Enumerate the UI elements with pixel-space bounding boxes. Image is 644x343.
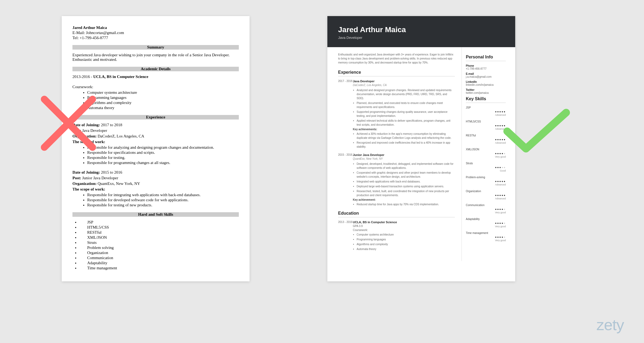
summary-text: Experienced Java developer wishing to jo… (72, 53, 239, 62)
list-item: Organization (79, 251, 239, 255)
list-item: Researched, tested, built, and coordinat… (357, 189, 455, 197)
tel: Tel: +1-799-456-8777 (72, 36, 239, 40)
list-item: Deployed large web-based transaction sys… (357, 184, 455, 188)
list-item: Reduced startup time for Java apps by 70… (357, 202, 455, 206)
list-item: Time management (79, 266, 239, 270)
list-item: Computer systems architecture (357, 233, 455, 237)
list-item: Analyzed and designed program changes. R… (357, 88, 455, 100)
name: Jared Arthur Maica (338, 25, 504, 34)
key-skills-heading: Key Skills (466, 96, 506, 103)
job2-post: Post: Junior Java Developer (72, 176, 239, 180)
job-title: Junior Java Developer (353, 153, 455, 156)
list-item: Planned, documented, and executed tests … (357, 101, 455, 109)
skill-name: Struts (466, 162, 506, 165)
skill-dots: ●●●●● (466, 194, 506, 197)
key-achievements: Reduced startup time for Java apps by 70… (357, 202, 455, 206)
list-item: Responsible for testing of new products. (87, 203, 239, 207)
job1-doj: Date of Joining: 2017 to 2018 (72, 123, 239, 127)
skill-dots: ●●●●● (466, 236, 506, 238)
edu-dates: 2013 - 2016 (338, 221, 353, 252)
email: E-Mail: Johncortas@gmail.com (72, 31, 239, 35)
experience-heading: Experience (72, 115, 239, 120)
list-item: Responsible for specifications and scrip… (87, 150, 239, 155)
job-dates: 2017 - 2018 (338, 80, 353, 150)
job-bullets: Analyzed and designed program changes. R… (357, 88, 455, 127)
academic-heading: Academic Details (72, 67, 239, 71)
skill-item: Time management●●●●●Very good (466, 232, 506, 242)
key-achievements-label: Key achievements: (353, 128, 455, 131)
list-item: Algorithms and complexity (357, 242, 455, 246)
education-heading: Education (338, 211, 455, 217)
skill-dots: ●●●●● (466, 208, 506, 211)
check-mark-icon (499, 105, 574, 159)
job1-org: Organization: DaCoderZ, Los Angeles, CA (72, 134, 239, 139)
skill-item: Problem-solving●●●●●Advanced (466, 176, 506, 186)
skill-level: Good (466, 169, 506, 172)
info-value: j.a.maica@gmail.com (466, 75, 506, 78)
coursework-list: Computer systems architectureProgramming… (87, 90, 239, 110)
experience-heading: Experience (338, 70, 455, 76)
summary: Enthusiastic and well-organized Java dev… (338, 53, 455, 65)
skill-level: Very good (466, 225, 506, 228)
list-item: Integrated web applications with back-en… (357, 180, 455, 184)
list-item: Communication (79, 256, 239, 260)
job-bullets: Designed, developed, troubleshot, debugg… (357, 162, 455, 197)
job-entry: 2017 - 2018Java DeveloperDaCoderZ, Los A… (338, 80, 455, 150)
info-value: linkedin.com/in/jamaica (466, 83, 506, 86)
job-company: QuantExx, New York, NY (353, 157, 455, 160)
list-item: Algorithms and complexity (87, 100, 239, 105)
list-item: Recognized and improved code inefficienc… (357, 141, 455, 149)
list-item: Responsible for testing. (87, 155, 239, 160)
skill-name: Adaptability (466, 218, 506, 221)
job2-bullets: Responsible for integrating web applicat… (87, 193, 239, 207)
header: Jared Arthur Maica Java Developer (327, 16, 515, 47)
info-value: +1-799-456-8777 (466, 67, 506, 70)
job2-org: Organization: QuantExx, New York, NY (72, 181, 239, 186)
list-item: Automata theory (87, 106, 239, 110)
list-item: Automata theory (357, 247, 455, 251)
list-item: Struts (79, 240, 239, 245)
list-item: Responsible for developed software code … (87, 198, 239, 202)
edu-coursework: Computer systems architectureProgramming… (357, 233, 455, 251)
main-column: Enthusiastic and well-organized Java dev… (327, 47, 462, 261)
key-achievements: Achieved a 30% reduction in the app's me… (357, 132, 455, 149)
resume-good: Jared Arthur Maica Java Developer Enthus… (327, 16, 515, 281)
skill-level: Very good (466, 211, 506, 214)
title: Java Developer (338, 36, 504, 40)
skill-dots: ●●●●● (466, 222, 506, 225)
list-item: Adaptability (79, 261, 239, 265)
skill-dots: ●●●●● (466, 180, 506, 183)
key-achievements-label: Key achievement: (353, 198, 455, 201)
skill-level: Advanced (466, 183, 506, 186)
edu-gpa: GPA 3.9 (353, 225, 455, 228)
list-item: Computer systems architecture (87, 90, 239, 95)
job-title: Java Developer (353, 80, 455, 83)
skill-item: Adaptability●●●●●Very good (466, 218, 506, 228)
name: Jared Arthur Maica (72, 25, 239, 30)
coursework-label: Coursework: (72, 85, 239, 89)
job-entry: 2015 - 2016Junior Java DeveloperQuantExx… (338, 153, 455, 207)
info-label: LinkedIn (466, 80, 506, 83)
skills-list: JSPHTML5/CSSRESTfulXML/JSONStrutsProblem… (79, 220, 239, 270)
skill-item: Struts●●●●●Good (466, 162, 506, 172)
skills-heading: Hard and Soft Skills (72, 212, 239, 217)
info-label: Twitter (466, 88, 506, 91)
job1-post: Post: Java Developer (72, 128, 239, 133)
job2-doj: Date of Joining: 2015 to 2016 (72, 170, 239, 175)
skill-name: Communication (466, 204, 506, 207)
edu-degree: UCLA, BS in Computer Science (353, 221, 455, 224)
personal-info-heading: Personal Info (466, 55, 506, 61)
job1-scope: The scope of work: (72, 140, 239, 144)
skill-name: Time management (466, 232, 506, 234)
academic-line: 2013-2016 - UCLA, BS in Computer Science (72, 74, 239, 79)
skill-level: Very good (466, 239, 506, 242)
list-item: Supported programming changes during qua… (357, 110, 455, 118)
edu-cw-label: Coursework: (353, 229, 455, 232)
zety-logo: zety (597, 316, 624, 334)
list-item: Problem solving (79, 245, 239, 250)
skill-level: Advanced (466, 197, 506, 200)
skill-dots: ●●●●● (466, 166, 506, 169)
list-item: Programming languages (87, 95, 239, 100)
x-mark-icon (42, 86, 95, 139)
skill-name: Organization (466, 190, 506, 193)
